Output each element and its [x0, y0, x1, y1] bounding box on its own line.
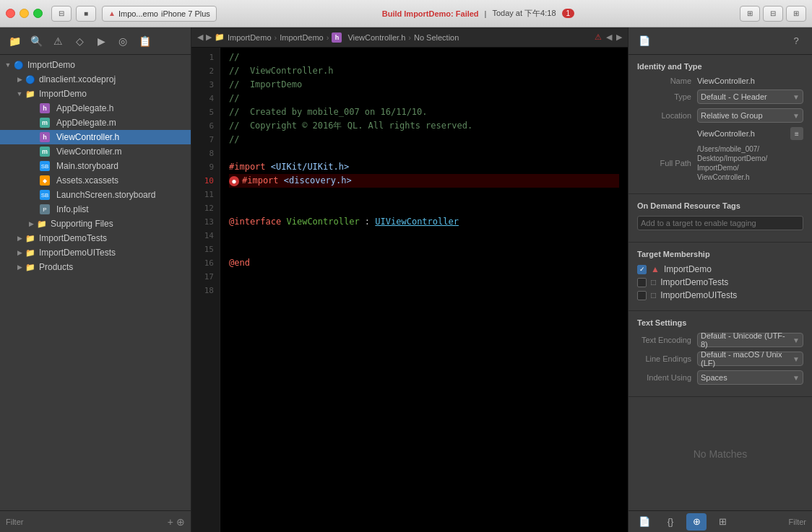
type-select-arrow: ▼ — [792, 93, 800, 101]
file-item-viewcontroller-m[interactable]: m ViewController.m — [0, 144, 191, 159]
membership-cb-ui-tests[interactable] — [637, 291, 647, 300]
build-time: Today at 下午4:18 — [492, 8, 556, 19]
file-item-info-plist[interactable]: P Info.plist — [0, 202, 191, 217]
nav-back[interactable]: ◀ — [197, 32, 203, 42]
traffic-lights — [6, 9, 43, 18]
file-inspector-btn[interactable]: 📄 — [634, 32, 655, 50]
file-item-products[interactable]: ▶ 📁 Products — [0, 260, 191, 274]
folder-icon: 📁 — [36, 218, 48, 230]
code-line-8 — [229, 147, 619, 160]
file-item-launchscreen[interactable]: SB LaunchScreen.storyboard — [0, 188, 191, 202]
fullscreen-button[interactable] — [33, 9, 43, 18]
search-icon[interactable]: 🔍 — [27, 32, 45, 50]
line-endings-select[interactable]: Default - macOS / Unix (LF) ▼ — [697, 352, 803, 366]
file-item-dlnaclient[interactable]: ▶ 🔵 dlnaclient.xcodeproj — [0, 72, 191, 87]
m-icon: m — [39, 117, 51, 128]
navigator-toggle[interactable]: ⊟ — [51, 6, 72, 22]
fullpath-label: Full Path — [637, 159, 691, 167]
name-label: Name — [637, 77, 691, 85]
nav-next-issue[interactable]: ▶ — [616, 32, 622, 42]
breadcrumb-2[interactable]: ImportDemo — [280, 33, 324, 42]
stop-button[interactable]: ■ — [76, 6, 96, 22]
membership-cb-tests[interactable] — [637, 278, 647, 287]
nav-prev-issue[interactable]: ◀ — [606, 32, 612, 42]
inspector-tab-file[interactable]: 📄 — [634, 513, 655, 531]
inspector-tab-code[interactable]: {} — [660, 513, 681, 531]
editor-breadcrumb: ◀ ▶ 📁 ImportDemo › ImportDemo › h ViewCo… — [191, 27, 628, 48]
target-membership-title: Target Membership — [637, 250, 803, 258]
type-label: Type — [637, 92, 691, 101]
membership-importdemo[interactable]: ▲ ImportDemo — [637, 264, 803, 274]
membership-cb-importdemo[interactable] — [637, 265, 647, 274]
folder-icon: 📁 — [25, 88, 36, 100]
membership-tests[interactable]: □ ImportDemoTests — [637, 277, 803, 287]
file-label: Main.storyboard — [56, 161, 118, 171]
test-icon[interactable]: ◇ — [71, 32, 88, 50]
folder-icon[interactable]: 📁 — [6, 32, 23, 50]
file-item-supporting-files[interactable]: ▶ 📁 Supporting Files — [0, 217, 191, 231]
panel-toggle-left[interactable]: ⊞ — [740, 6, 760, 22]
arrow-icon: ▶ — [14, 249, 25, 256]
ui-tests-icon: □ — [651, 290, 656, 300]
file-item-importdemo-group[interactable]: ▼ 📁 ImportDemo — [0, 87, 191, 101]
membership-ui-tests[interactable]: □ ImportDemoUITests — [637, 290, 803, 300]
breadcrumb-1[interactable]: ImportDemo — [228, 33, 272, 42]
bottom-actions: + ⊕ — [168, 516, 185, 528]
file-tree: ▼ 🔵 ImportDemo ▶ 🔵 dlnaclient.xcodeproj … — [0, 55, 191, 510]
code-line-4: // — [229, 92, 619, 105]
file-item-importdemo-ui-tests[interactable]: ▶ 📁 ImportDemoUITests — [0, 245, 191, 260]
name-value: ViewController.h — [697, 77, 803, 85]
breadcrumb-icon: 📁 — [215, 32, 225, 42]
breadcrumb-3[interactable]: ViewController.h — [347, 33, 405, 42]
file-item-main-storyboard[interactable]: SB Main.storyboard — [0, 159, 191, 173]
inspector-tab-active[interactable]: ⊕ — [686, 513, 707, 531]
code-lines[interactable]: // // ViewController.h // ImportDemo // … — [220, 48, 628, 532]
help-btn[interactable]: ? — [786, 32, 806, 50]
location-row: Location Relative to Group ▼ — [637, 108, 803, 123]
file-item-appdelegate-m[interactable]: m AppDelegate.m — [0, 115, 191, 130]
nav-forward[interactable]: ▶ — [206, 32, 212, 42]
panel-toggle-center[interactable]: ⊟ — [763, 6, 783, 22]
indent-using-row: Indent Using Spaces ▼ — [637, 370, 803, 385]
panel-toggle-right[interactable]: ⊞ — [786, 6, 806, 22]
debug-icon[interactable]: ▶ — [92, 32, 110, 50]
file-item-appdelegate-h[interactable]: h AppDelegate.h — [0, 101, 191, 115]
file-item-importdemo-tests[interactable]: ▶ 📁 ImportDemoTests — [0, 231, 191, 245]
add-icon[interactable]: + — [168, 516, 173, 528]
location-path-btn[interactable]: ≡ — [790, 127, 803, 140]
close-button[interactable] — [6, 9, 15, 18]
file-label: ImportDemoTests — [39, 233, 107, 243]
arrow-icon: ▶ — [14, 263, 25, 271]
inspector-toolbar: 📄 ? — [629, 27, 812, 55]
options-icon[interactable]: ⊕ — [176, 516, 185, 528]
code-line-9: #import <UIKit/UIKit.h> — [229, 160, 619, 174]
build-status-area: Build ImportDemo: Failed | Today at 下午4:… — [217, 8, 740, 19]
breadcrumb-4[interactable]: No Selection — [414, 33, 459, 42]
file-item-importdemo-root[interactable]: ▼ 🔵 ImportDemo — [0, 58, 191, 72]
arrow-icon: ▶ — [14, 235, 25, 242]
tags-input[interactable] — [637, 216, 803, 230]
indent-using-select[interactable]: Spaces ▼ — [697, 370, 803, 385]
source-icon[interactable]: ◎ — [114, 32, 131, 50]
file-item-assets[interactable]: ◆ Assets.xcassets — [0, 173, 191, 188]
text-encoding-select[interactable]: Default - Unicode (UTF-8) ▼ — [697, 333, 803, 347]
type-select[interactable]: Default - C Header ▼ — [697, 90, 803, 104]
code-editor[interactable]: 1 2 3 4 5 6 7 8 9 10 11 12 13 14 15 16 1… — [191, 48, 628, 532]
location-select-value: Relative to Group — [701, 111, 763, 120]
ln-2: 2 — [197, 64, 214, 78]
report-icon[interactable]: 📋 — [136, 32, 153, 50]
minimize-button[interactable] — [20, 9, 29, 18]
arrow-icon: ▼ — [14, 90, 25, 97]
app-icon: ▲ — [651, 264, 660, 274]
location-label: Location — [637, 111, 691, 120]
tests-icon: □ — [651, 277, 656, 287]
file-item-viewcontroller-h[interactable]: h ViewController.h — [0, 130, 191, 144]
location-select[interactable]: Relative to Group ▼ — [697, 108, 803, 123]
inspector-tab-grid[interactable]: ⊞ — [712, 513, 733, 531]
code-line-11 — [229, 188, 619, 201]
code-line-5: // Created by mobile_007 on 16/11/10. — [229, 105, 619, 119]
scheme-selector[interactable]: ▲ Impo...emo iPhone 7 Plus — [102, 6, 217, 22]
storyboard-icon: SB — [39, 189, 51, 201]
warning-icon[interactable]: ⚠ — [49, 32, 66, 50]
warning-nav-icon[interactable]: ⚠ — [595, 32, 602, 42]
